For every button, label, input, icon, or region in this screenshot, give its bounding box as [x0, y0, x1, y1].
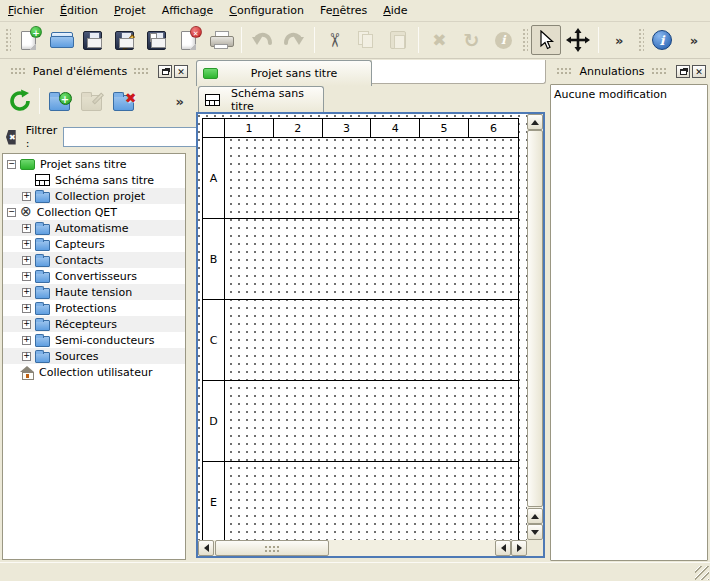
delete-button[interactable] [424, 25, 454, 55]
expander-icon[interactable]: + [22, 272, 31, 281]
clear-filter-button[interactable] [6, 130, 16, 145]
horizontal-scrollbar[interactable] [198, 540, 527, 556]
toolbar-grip[interactable] [637, 27, 644, 53]
row-header: A [203, 138, 225, 218]
close-document-button[interactable] [174, 25, 204, 55]
collections-toolbar: » [2, 84, 190, 118]
schema-canvas[interactable]: 1 2 3 4 5 6 A B C [198, 114, 527, 540]
expander-icon[interactable]: + [22, 288, 31, 297]
tree-item-collection-qet[interactable]: − Collection QET [3, 204, 185, 220]
folder-icon [35, 256, 50, 267]
horizontal-scroll-thumb[interactable] [215, 540, 329, 556]
cut-button[interactable] [320, 25, 350, 55]
diagram-info-button[interactable] [647, 25, 677, 55]
move-tool-button[interactable] [563, 25, 593, 55]
tree-item-automatisme[interactable]: + Automatisme [3, 220, 185, 236]
save-as-button[interactable] [110, 25, 140, 55]
scroll-up-button[interactable] [527, 114, 543, 130]
resize-grip[interactable] [695, 566, 709, 580]
redo-button[interactable] [279, 25, 309, 55]
panel-overflow-button[interactable]: » [176, 94, 184, 109]
menu-affichage[interactable]: Affichage [154, 1, 222, 20]
schema-icon [35, 174, 50, 186]
tab-projet-sans-titre[interactable]: Projet sans titre [196, 60, 372, 86]
delete-category-button[interactable] [109, 87, 137, 115]
undo-list-item[interactable]: Aucune modification [554, 87, 704, 103]
print-button[interactable] [206, 25, 236, 55]
menu-configuration[interactable]: Configuration [221, 1, 312, 20]
scroll-up-button[interactable] [527, 508, 543, 524]
tree-item-recepteurs[interactable]: + Récepteurs [3, 316, 185, 332]
toolbar-overflow-button[interactable]: » [604, 25, 634, 55]
select-tool-button[interactable] [531, 25, 561, 55]
toolbar-grip[interactable] [4, 27, 11, 53]
toolbar-grip[interactable] [521, 27, 528, 53]
info-button[interactable] [488, 25, 518, 55]
toolbar-overflow-button[interactable]: » [679, 25, 709, 55]
menu-fenetres[interactable]: Fenêtres [312, 1, 375, 20]
scroll-left-button[interactable] [495, 540, 511, 556]
expander-icon[interactable]: + [22, 240, 31, 249]
expander-icon[interactable]: − [7, 208, 16, 217]
close-panel-button[interactable] [692, 65, 706, 78]
tree-item-schema[interactable]: Schéma sans titre [3, 172, 185, 188]
filter-input[interactable] [63, 127, 216, 147]
save-button[interactable] [78, 25, 108, 55]
menu-fichier[interactable]: Fichier [0, 1, 52, 20]
undo-history-list[interactable]: Aucune modification [550, 84, 708, 561]
menu-edition[interactable]: Édition [52, 1, 106, 20]
tree-item-haute-tension[interactable]: + Haute tension [3, 284, 185, 300]
menu-projet[interactable]: Projet [106, 1, 154, 20]
frame-row: B [203, 218, 518, 299]
undo-panel-header[interactable]: Annulations [550, 62, 706, 80]
schema-view[interactable]: 1 2 3 4 5 6 A B C [196, 112, 545, 558]
folder-icon [35, 320, 50, 331]
expander-icon[interactable]: + [22, 224, 31, 233]
float-panel-button[interactable] [676, 65, 690, 78]
edit-category-button[interactable] [77, 87, 105, 115]
undo-button[interactable] [247, 25, 277, 55]
column-header: 4 [371, 119, 420, 137]
expander-icon[interactable]: + [22, 256, 31, 265]
arrow-up-icon [531, 120, 539, 125]
vertical-scroll-thumb[interactable] [527, 130, 543, 507]
tree-item-projet[interactable]: − Projet sans titre [3, 156, 185, 172]
tree-item-protections[interactable]: + Protections [3, 300, 185, 316]
tree-item-collection-projet[interactable]: + Collection projet [3, 188, 185, 204]
vertical-scrollbar[interactable] [527, 114, 543, 540]
tree-item-convertisseurs[interactable]: + Convertisseurs [3, 268, 185, 284]
expander-icon[interactable]: + [22, 192, 31, 201]
workspace: Projet sans titre Schéma sans titre 1 2 … [196, 60, 546, 562]
new-document-button[interactable] [14, 25, 44, 55]
scroll-down-button[interactable] [527, 524, 543, 540]
expander-icon[interactable]: + [22, 352, 31, 361]
copy-button[interactable] [352, 25, 382, 55]
close-panel-button[interactable] [174, 65, 188, 78]
expander-icon[interactable]: + [22, 304, 31, 313]
float-panel-button[interactable] [158, 65, 172, 78]
elements-panel-header[interactable]: Panel d'éléments [4, 62, 188, 80]
tree-item-contacts[interactable]: + Contacts [3, 252, 185, 268]
float-icon [680, 69, 687, 75]
menu-aide[interactable]: Aide [375, 1, 415, 20]
diagram-info-icon [652, 30, 672, 50]
expander-icon[interactable]: + [22, 320, 31, 329]
tree-item-collection-utilisateur[interactable]: Collection utilisateur [3, 364, 185, 380]
paste-button[interactable] [383, 25, 413, 55]
tab-schema-sans-titre[interactable]: Schéma sans titre [198, 86, 324, 112]
open-button[interactable] [46, 25, 76, 55]
scroll-left-button[interactable] [198, 540, 214, 556]
tree-item-semi-conducteurs[interactable]: + Semi-conducteurs [3, 332, 185, 348]
expander-icon[interactable]: − [7, 160, 16, 169]
tree-item-capteurs[interactable]: + Capteurs [3, 236, 185, 252]
qelectrotech-window: Fichier Édition Projet Affichage Configu… [0, 0, 710, 581]
tree-item-sources[interactable]: + Sources [3, 348, 185, 364]
folder-icon [35, 192, 50, 203]
scroll-right-button[interactable] [511, 540, 527, 556]
new-category-button[interactable] [45, 87, 73, 115]
rotate-button[interactable] [456, 25, 486, 55]
cut-icon [327, 29, 343, 51]
reload-collections-button[interactable] [6, 87, 34, 115]
save-all-button[interactable] [142, 25, 172, 55]
expander-icon[interactable]: + [22, 336, 31, 345]
